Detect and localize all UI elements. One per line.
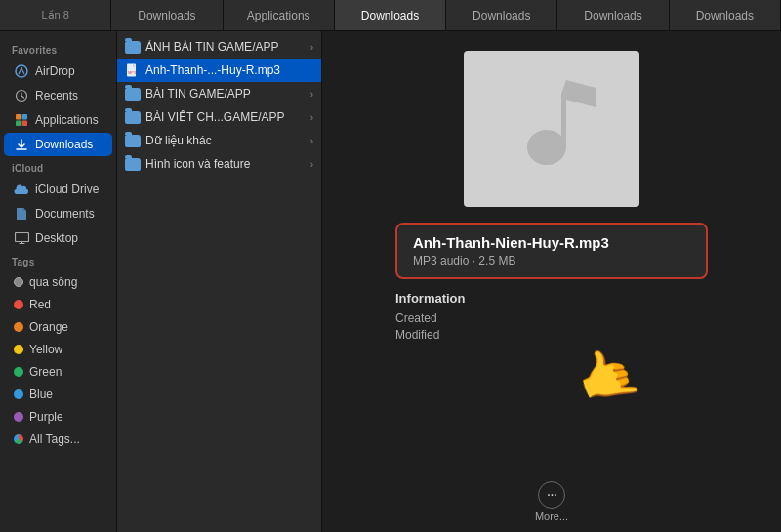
sidebar-item-tag-red[interactable]: Red (4, 294, 112, 315)
sidebar-item-downloads[interactable]: Downloads (4, 133, 112, 156)
sidebar-desktop-label: Desktop (35, 231, 78, 245)
file-item-hinh-icon[interactable]: Hình icon và feature › (117, 152, 321, 176)
file-name-anh-thanh: Anh-Thanh-...-Huy-R.mp3 (145, 63, 313, 77)
svg-rect-5 (16, 121, 21, 127)
applications-icon (14, 112, 29, 128)
svg-rect-4 (22, 114, 28, 120)
file-item-du-lieu[interactable]: Dữ liệu khác › (117, 129, 321, 152)
recents-icon (14, 88, 29, 103)
folder-icon-5 (125, 156, 141, 172)
chevron-right-icon-3: › (310, 112, 313, 123)
music-thumbnail (464, 51, 639, 207)
tag-dot-red (14, 300, 23, 309)
main-layout: Favorites AirDrop Recents (0, 31, 781, 532)
tab-downloads3[interactable]: Downloads (446, 0, 557, 30)
sidebar-item-tag-all[interactable]: All Tags... (4, 429, 112, 450)
sidebar-item-icloud-drive[interactable]: iCloud Drive (4, 178, 112, 201)
documents-icon (14, 206, 29, 222)
chevron-right-icon-2: › (310, 89, 313, 100)
file-name-hinh-icon: Hình icon và feature (145, 157, 306, 171)
svg-text:MP3: MP3 (128, 70, 137, 75)
tab-downloads1[interactable]: Downloads (111, 0, 223, 30)
tag-all-label: All Tags... (29, 432, 80, 446)
tag-qua-song-label: qua sông (29, 275, 77, 289)
file-name-anh-bai-tin: ẢNH BÀI TIN GAME/APP (145, 40, 306, 54)
tab-lan8[interactable]: Lần 8 (0, 0, 111, 30)
tag-green-label: Green (29, 365, 62, 379)
file-item-bai-tin[interactable]: BÀI TIN GAME/APP › (117, 82, 321, 105)
sidebar-item-tag-yellow[interactable]: Yellow (4, 339, 112, 360)
sidebar-item-tag-orange[interactable]: Orange (4, 316, 112, 338)
sidebar-airdrop-label: AirDrop (35, 64, 75, 78)
chevron-right-icon-5: › (310, 159, 313, 170)
icloud-label: iCloud (0, 157, 116, 177)
sidebar-item-tag-blue[interactable]: Blue (4, 384, 112, 405)
music-note-svg (508, 80, 596, 178)
mp3-file-icon: MP3 (125, 62, 141, 78)
sidebar-downloads-label: Downloads (35, 138, 93, 151)
svg-rect-3 (16, 114, 21, 120)
chevron-right-icon-4: › (310, 136, 313, 146)
tab-downloads2[interactable]: Downloads (335, 0, 446, 30)
emoji-pointer: 🤙 (568, 337, 648, 415)
svg-rect-6 (22, 121, 28, 127)
info-row-modified: Modified (395, 328, 708, 342)
tag-dot-green (14, 367, 23, 377)
sidebar-item-tag-qua-song[interactable]: qua sông (4, 271, 112, 293)
tag-red-label: Red (29, 298, 51, 311)
file-info-box: Anh-Thanh-Nien-Huy-R.mp3 MP3 audio · 2.5… (395, 223, 708, 279)
tab-bar: Lần 8 Downloads Applications Downloads D… (0, 0, 781, 31)
info-row-created: Created (395, 311, 708, 325)
folder-icon-4 (125, 133, 141, 148)
info-section-title: Information (395, 291, 708, 306)
tab-downloads4[interactable]: Downloads (557, 0, 669, 30)
more-button[interactable]: ··· (538, 481, 565, 509)
tag-dot-yellow (14, 345, 23, 354)
tags-label: Tags (0, 251, 116, 270)
folder-icon-2 (125, 86, 141, 102)
tag-orange-label: Orange (29, 320, 68, 334)
tag-dot-orange (14, 322, 23, 332)
sidebar: Favorites AirDrop Recents (0, 31, 117, 532)
file-name-bai-tin: BÀI TIN GAME/APP (145, 87, 306, 101)
file-name-bai-viet: BÀI VIẾT CH...GAME/APP (145, 110, 306, 124)
preview-panel: 🤙 Anh-Thanh-Nien-Huy-R.mp3 MP3 audio · 2… (322, 31, 781, 532)
sidebar-item-airdrop[interactable]: AirDrop (4, 60, 112, 83)
sidebar-item-tag-purple[interactable]: Purple (4, 406, 112, 428)
sidebar-item-documents[interactable]: Documents (4, 202, 112, 225)
tab-applications[interactable]: Applications (224, 0, 335, 30)
tag-dot-blue (14, 389, 23, 399)
file-info-name: Anh-Thanh-Nien-Huy-R.mp3 (413, 234, 690, 251)
tab-downloads5[interactable]: Downloads (670, 0, 781, 30)
folder-icon (125, 39, 141, 55)
folder-icon-3 (125, 109, 141, 125)
svg-rect-7 (15, 233, 28, 242)
file-item-bai-viet[interactable]: BÀI VIẾT CH...GAME/APP › (117, 105, 321, 129)
sidebar-item-applications[interactable]: Applications (4, 108, 112, 132)
file-name-du-lieu: Dữ liệu khác (145, 134, 306, 147)
tag-dot-gray (14, 277, 23, 287)
tag-dot-purple (14, 412, 23, 422)
sidebar-recents-label: Recents (35, 89, 78, 102)
sidebar-applications-label: Applications (35, 113, 99, 127)
file-panel: ẢNH BÀI TIN GAME/APP › MP3 Anh-Thanh-...… (117, 31, 322, 532)
info-section: Information Created Modified (395, 291, 708, 345)
svg-point-1 (21, 67, 22, 69)
created-label: Created (395, 311, 454, 325)
more-label: More... (535, 511, 568, 522)
tag-dot-multi (14, 434, 23, 444)
tag-purple-label: Purple (29, 410, 63, 424)
sidebar-item-tag-green[interactable]: Green (4, 361, 112, 383)
sidebar-icloud-label: iCloud Drive (35, 183, 99, 196)
sidebar-item-desktop[interactable]: Desktop (4, 226, 112, 250)
more-button-area: ··· More... (535, 466, 568, 522)
downloads-icon (14, 137, 29, 152)
file-item-anh-thanh[interactable]: MP3 Anh-Thanh-...-Huy-R.mp3 (117, 59, 321, 82)
file-item-anh-bai-tin[interactable]: ẢNH BÀI TIN GAME/APP › (117, 35, 321, 59)
chevron-right-icon: › (310, 42, 313, 53)
airdrop-icon (14, 63, 29, 79)
modified-label: Modified (395, 328, 454, 342)
file-info-type: MP3 audio · 2.5 MB (413, 254, 690, 267)
sidebar-documents-label: Documents (35, 207, 95, 221)
sidebar-item-recents[interactable]: Recents (4, 84, 112, 107)
